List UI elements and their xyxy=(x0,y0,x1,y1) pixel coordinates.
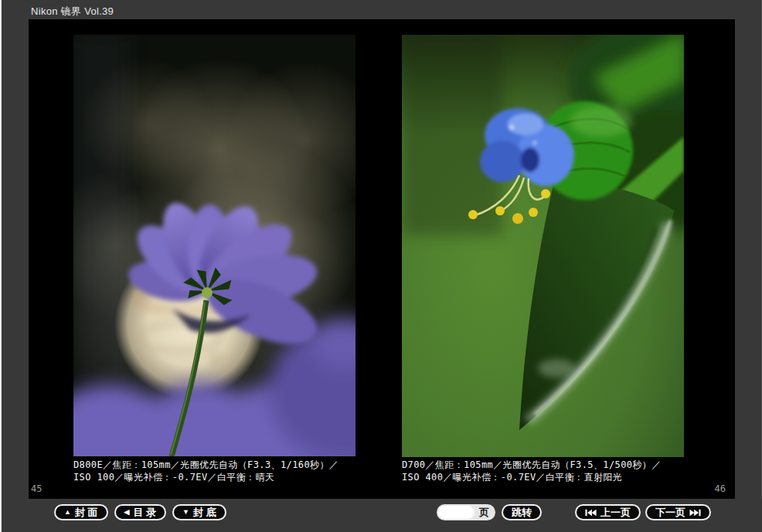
jump-button[interactable]: 跳转 xyxy=(502,504,542,520)
back-cover-button[interactable]: ▼ 封 底 xyxy=(172,504,226,520)
triangle-down-icon: ▼ xyxy=(182,509,189,516)
triangle-up-icon: ▲ xyxy=(64,509,71,516)
cover-button[interactable]: ▲ 封 面 xyxy=(54,504,108,520)
page-input[interactable] xyxy=(438,506,475,519)
toc-button-label: 目 录 xyxy=(133,506,156,520)
page-right-caption: D700／焦距：105mm／光圈优先自动（F3.5、1/500秒）／ ISO 4… xyxy=(402,459,662,483)
caption-line: ISO 400／曝光补偿：-0.7EV／白平衡：直射阳光 xyxy=(402,471,662,483)
dayflower-photo-illustration xyxy=(402,35,684,457)
toc-button[interactable]: ◀ 目 录 xyxy=(114,504,167,520)
page-input-pill: 页 xyxy=(437,504,495,520)
triangle-left-icon: ◀ xyxy=(124,509,130,516)
caption-line: D800E／焦距：105mm／光圈优先自动（F3.3、1/160秒）／ xyxy=(73,459,338,471)
cover-button-label: 封 面 xyxy=(75,506,98,520)
next-page-button-label: 下一页 xyxy=(655,506,685,520)
toolbar: ▲ 封 面 ◀ 目 录 ▼ 封 底 页 跳转 xyxy=(0,499,762,532)
page-unit-label: 页 xyxy=(479,506,489,520)
page-number-right: 46 xyxy=(715,483,726,494)
jump-button-label: 跳转 xyxy=(512,506,532,520)
viewer-title: Nikon 镜界 Vol.39 xyxy=(31,5,114,19)
caption-line: ISO 100／曝光补偿：-0.7EV／白平衡：晴天 xyxy=(73,471,338,483)
viewer-window: Nikon 镜界 Vol.39 xyxy=(0,0,762,532)
skip-previous-icon xyxy=(585,509,597,517)
book-viewer: D800E／焦距：105mm／光圈优先自动（F3.3、1/160秒）／ ISO … xyxy=(29,19,735,499)
caption-line: D700／焦距：105mm／光圈优先自动（F3.5、1/500秒）／ xyxy=(402,459,662,471)
page-jump-group: 页 跳转 xyxy=(437,504,542,520)
page-left-photo[interactable] xyxy=(73,35,355,456)
prev-page-button[interactable]: 上一页 xyxy=(575,504,641,520)
page-nav-group: 上一页 下一页 xyxy=(575,504,711,520)
back-cover-button-label: 封 底 xyxy=(193,506,216,520)
page-right-photo[interactable] xyxy=(402,35,684,457)
book-nav-group: ▲ 封 面 ◀ 目 录 ▼ 封 底 xyxy=(54,504,226,520)
page-left-caption: D800E／焦距：105mm／光圈优先自动（F3.3、1/160秒）／ ISO … xyxy=(73,459,338,483)
next-page-button[interactable]: 下一页 xyxy=(645,504,711,520)
cosmos-photo-illustration xyxy=(73,35,355,456)
page-number-left: 45 xyxy=(31,483,42,494)
prev-page-button-label: 上一页 xyxy=(600,506,631,520)
skip-next-icon xyxy=(689,509,701,517)
